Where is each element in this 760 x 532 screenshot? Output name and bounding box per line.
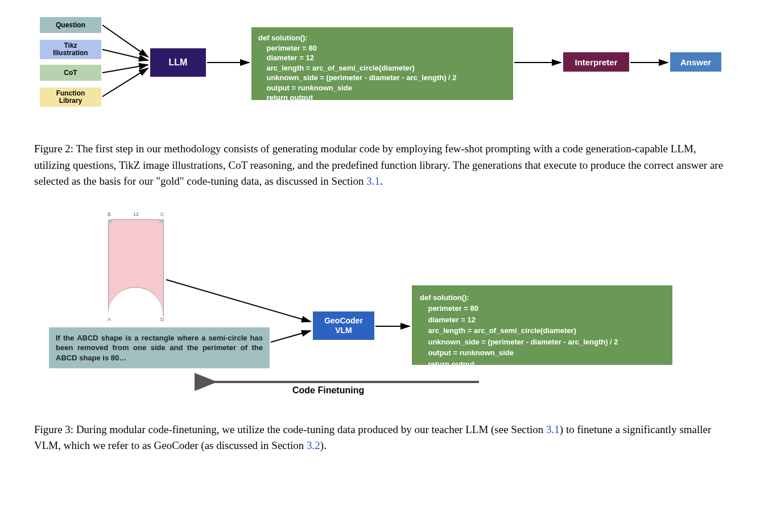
svg-line-3 [102,68,148,97]
svg-line-1 [102,49,148,60]
figure-2-caption-tail: . [380,175,383,187]
prompt-text-box: If the ABCD shape is a rectangle where a… [49,327,270,369]
figure-3-caption-text-1: Figure 3: During modular code-finetuning… [34,423,546,435]
figure-3: B C A D 12 If the ABCD shape is a rectan… [34,213,726,454]
vertex-A: A [108,317,111,322]
generated-code-box: def solution(): perimeter = 80 diameter … [251,27,513,100]
edge-label-12: 12 [133,211,139,217]
answer-box: Answer [670,52,721,72]
input-question-box: Question [40,17,101,33]
input-cot-box: CoT [40,65,101,81]
input-tikz-box: Tikz Illustration [40,40,101,59]
vertex-C: C [160,211,164,217]
generated-code-box-2: def solution(): perimeter = 80 diameter … [412,285,672,365]
section-link-3-2[interactable]: 3.2 [307,439,320,451]
figure-3-diagram: B C A D 12 If the ABCD shape is a rectan… [34,213,726,412]
interpreter-box: Interpreter [563,52,629,72]
geometry-shape: B C A D 12 [108,213,163,315]
input-funclib-box: Function Library [40,88,101,107]
code-finetuning-label: Code Finetuning [292,385,364,396]
svg-line-7 [166,280,311,322]
geocoder-vlm-box: GeoCoder VLM [313,311,374,340]
llm-box: LLM [150,48,206,77]
svg-line-0 [102,25,148,57]
section-link-3-1-b[interactable]: 3.1 [546,423,560,435]
svg-line-2 [102,65,148,73]
svg-line-8 [271,331,311,342]
figure-2-diagram: Question Tikz Illustration CoT Function … [34,17,726,131]
figure-3-caption-tail: ). [320,439,327,451]
vertex-D: D [160,317,164,322]
vertex-B: B [108,211,111,217]
geometry-example: B C A D 12 [85,213,163,315]
figure-2-caption: Figure 2: The first step in our methodol… [34,141,726,190]
figure-3-caption: Figure 3: During modular code-finetuning… [34,422,726,454]
section-link-3-1[interactable]: 3.1 [366,175,380,187]
figure-2: Question Tikz Illustration CoT Function … [34,17,726,190]
